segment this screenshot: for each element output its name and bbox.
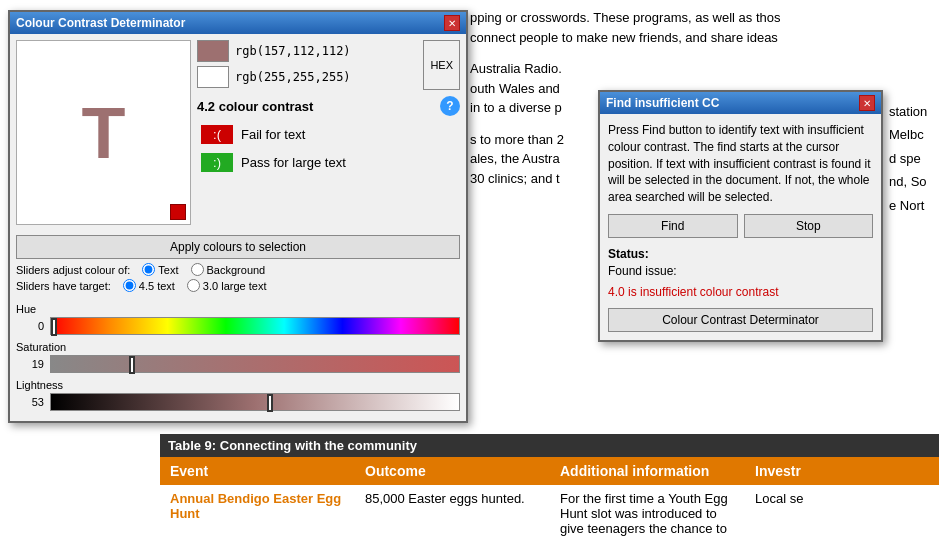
find-ccd-button[interactable]: Colour Contrast Determinator: [608, 308, 873, 332]
find-description: Press Find button to identify text with …: [608, 122, 873, 206]
sat-value: 19: [16, 358, 44, 370]
side-text-snippets: station Melbc d spe nd, So e Nort: [889, 100, 939, 217]
find-issue: 4.0 is insufficient colour contrast: [608, 284, 873, 301]
table-header-info: Additional information: [550, 457, 745, 485]
find-status-row: Status: Found issue:: [608, 246, 873, 280]
target-30-radio[interactable]: [187, 279, 200, 292]
table-cell-outcome: 85,000 Easter eggs hunted.: [355, 485, 550, 542]
color2-swatch[interactable]: [197, 66, 229, 88]
table-cell-info: For the first time a Youth Egg Hunt slot…: [550, 485, 745, 542]
color1-swatch[interactable]: [197, 40, 229, 62]
find-dialog: Find insufficient CC ✕ Press Find button…: [598, 90, 883, 342]
side-e-nort: e Nort: [889, 194, 939, 217]
ccd-body: T rgb(157,112,112) rgb(255,255,255): [10, 34, 466, 231]
bottom-table: Table 9: Connecting with the community E…: [160, 434, 939, 542]
ccd-title: Colour Contrast Determinator: [16, 16, 185, 30]
target-45-label[interactable]: 4.5 text: [123, 279, 175, 292]
save-icon[interactable]: [170, 204, 186, 220]
hue-track[interactable]: [50, 317, 460, 335]
preview-container: T: [16, 40, 191, 225]
table-header-invest: Investr: [745, 457, 939, 485]
saturation-group: Saturation 19: [16, 341, 460, 373]
side-station: station: [889, 100, 939, 123]
sat-slider-row: 19: [16, 355, 460, 373]
find-body: Press Find button to identify text with …: [600, 114, 881, 340]
find-title: Find insufficient CC: [606, 96, 719, 110]
table-title: Table 9: Connecting with the community: [160, 434, 939, 457]
side-nd-so: nd, So: [889, 170, 939, 193]
table-header-row: Event Outcome Additional information Inv…: [160, 457, 939, 485]
text-radio-label[interactable]: Text: [142, 263, 178, 276]
sat-thumb[interactable]: [129, 356, 135, 374]
sliders-section: Hue 0 Saturation 19 Lightness 53: [10, 299, 466, 421]
stop-button[interactable]: Stop: [744, 214, 874, 238]
pass-label: Pass for large text: [241, 155, 346, 170]
hue-slider-row: 0: [16, 317, 460, 335]
find-titlebar: Find insufficient CC ✕: [600, 92, 881, 114]
fail-row: :( Fail for text: [197, 122, 460, 147]
sliders-have-target-row: Sliders have target: 4.5 text 3.0 large …: [16, 279, 460, 292]
hex-button[interactable]: HEX: [423, 40, 460, 90]
table-cell-event: Annual Bendigo Easter Egg Hunt: [160, 485, 355, 542]
color2-row: rgb(255,255,255): [197, 66, 417, 88]
target-label: Sliders have target:: [16, 280, 111, 292]
ccd-bottom: Apply colours to selection Sliders adjus…: [10, 231, 466, 299]
find-button[interactable]: Find: [608, 214, 738, 238]
contrast-row: 4.2 colour contrast ?: [197, 96, 460, 116]
hue-label: Hue: [16, 303, 460, 315]
ccd-titlebar: Colour Contrast Determinator ✕: [10, 12, 466, 34]
text-radio[interactable]: [142, 263, 155, 276]
help-button[interactable]: ?: [440, 96, 460, 116]
light-slider-row: 53: [16, 393, 460, 411]
hue-group: Hue 0: [16, 303, 460, 335]
apply-colours-button[interactable]: Apply colours to selection: [16, 235, 460, 259]
lightness-group: Lightness 53: [16, 379, 460, 411]
sliders-adjust-row: Sliders adjust colour of: Text Backgroun…: [16, 263, 460, 276]
status-label: Status:: [608, 247, 649, 261]
color1-row: rgb(157,112,112): [197, 40, 417, 62]
background-radio[interactable]: [191, 263, 204, 276]
sliders-label: Sliders adjust colour of:: [16, 264, 130, 276]
pass-row: :) Pass for large text: [197, 150, 460, 175]
sat-label: Saturation: [16, 341, 460, 353]
side-melb: Melbc: [889, 123, 939, 146]
light-thumb[interactable]: [267, 394, 273, 412]
table-row-1: Annual Bendigo Easter Egg Hunt 85,000 Ea…: [160, 485, 939, 542]
light-track[interactable]: [50, 393, 460, 411]
hue-thumb[interactable]: [51, 318, 57, 336]
ccd-controls: rgb(157,112,112) rgb(255,255,255) HEX 4.…: [197, 40, 460, 225]
ccd-dialog: Colour Contrast Determinator ✕ T rgb(157…: [8, 10, 468, 423]
light-value: 53: [16, 396, 44, 408]
sat-track[interactable]: [50, 355, 460, 373]
table-header-event: Event: [160, 457, 355, 485]
background-radio-label[interactable]: Background: [191, 263, 266, 276]
light-label: Lightness: [16, 379, 460, 391]
target-45-radio[interactable]: [123, 279, 136, 292]
color1-value: rgb(157,112,112): [235, 44, 417, 58]
find-close-button[interactable]: ✕: [859, 95, 875, 111]
bg-line-2: connect people to make new friends, and …: [470, 28, 931, 48]
target-30-label[interactable]: 3.0 large text: [187, 279, 267, 292]
fail-label: Fail for text: [241, 127, 305, 142]
table-header-outcome: Outcome: [355, 457, 550, 485]
hue-value: 0: [16, 320, 44, 332]
pass-badge: :): [201, 153, 233, 172]
side-spe: d spe: [889, 147, 939, 170]
fail-badge: :(: [201, 125, 233, 144]
contrast-value: 4.2 colour contrast: [197, 99, 434, 114]
status-text: Found issue:: [608, 264, 677, 278]
bg-line-1: pping or crosswords. These programs, as …: [470, 8, 931, 28]
ccd-close-button[interactable]: ✕: [444, 15, 460, 31]
find-buttons-row: Find Stop: [608, 214, 873, 238]
color2-value: rgb(255,255,255): [235, 70, 417, 84]
preview-letter: T: [82, 92, 126, 174]
table-cell-extra: Local se: [745, 485, 939, 542]
preview-area: T: [16, 40, 191, 225]
bg-line-3: Australia Radio.: [470, 59, 931, 79]
